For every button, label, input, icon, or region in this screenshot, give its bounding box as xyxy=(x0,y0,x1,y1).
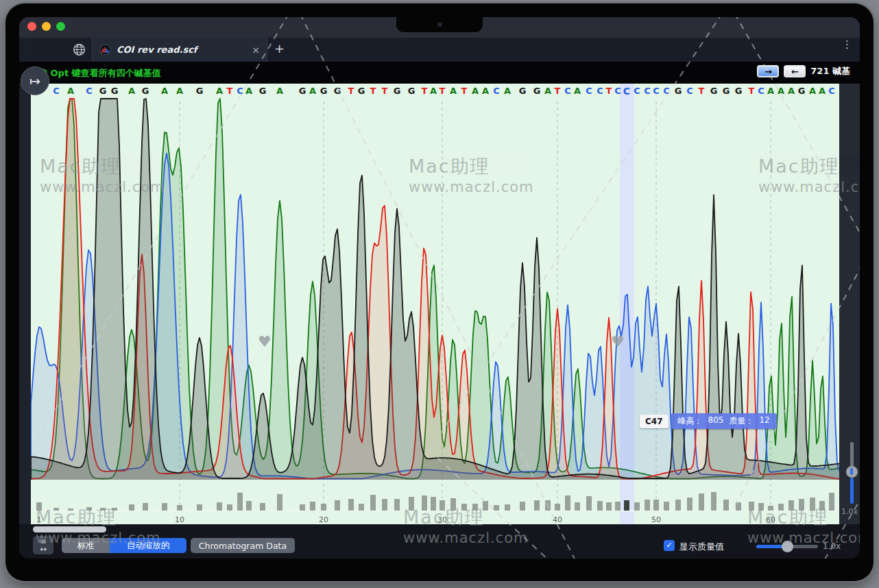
base-letter: T xyxy=(696,86,707,96)
svg-text:60: 60 xyxy=(766,515,775,524)
quality-bar xyxy=(348,499,354,511)
sequence-toolbar: 按 Opt 键查看所有四个碱基值 → ← 721 碱基 xyxy=(19,62,860,84)
quality-bar xyxy=(36,502,42,511)
svg-text:50: 50 xyxy=(651,515,661,524)
camera-notch xyxy=(396,17,483,32)
base-tooltip: C47 峰高：805 质量：12 xyxy=(640,413,777,429)
base-letter: G xyxy=(356,86,367,96)
overflow-menu-icon[interactable]: ⋮ xyxy=(842,42,852,47)
base-letter: A xyxy=(448,86,459,96)
camera-dot xyxy=(437,22,442,27)
horizontal-zoom-slider-thumb[interactable] xyxy=(782,541,793,552)
globe-icon[interactable] xyxy=(73,43,86,56)
heart-watermark-icon: ♥ xyxy=(611,333,625,350)
tab-close-icon[interactable]: × xyxy=(252,45,260,56)
quality-bar xyxy=(472,504,478,511)
base-letter: G xyxy=(318,86,329,96)
prev-base-button[interactable]: ← xyxy=(784,65,806,77)
trace-plot[interactable]: 1102030405060 CCACGGAGAAGATCAGAGAGGTGTTG… xyxy=(31,84,839,524)
next-base-button[interactable]: → xyxy=(757,65,779,77)
show-quality-label: 显示质量值 xyxy=(679,541,724,553)
base-letter: G xyxy=(721,86,732,96)
base-letter: G xyxy=(531,86,542,96)
quality-bar xyxy=(575,502,580,511)
base-letter: A xyxy=(502,86,513,96)
base-letter: G xyxy=(392,86,402,96)
base-letter: A xyxy=(274,86,285,96)
base-letter: T xyxy=(346,86,357,96)
zoom-window-button[interactable] xyxy=(56,22,65,31)
quality-bar xyxy=(68,509,73,511)
base-letter: A xyxy=(470,86,481,96)
quality-bar xyxy=(711,492,717,511)
quality-bar xyxy=(597,501,603,511)
base-letter: C xyxy=(651,86,662,96)
close-window-button[interactable] xyxy=(27,22,36,31)
scale-auto-button[interactable]: 自动缩放的 xyxy=(110,538,186,553)
quality-bar xyxy=(565,495,570,511)
quality-bar xyxy=(586,496,592,511)
base-letter: T xyxy=(437,86,448,96)
quality-bar xyxy=(422,495,427,511)
minimize-window-button[interactable] xyxy=(42,22,51,31)
base-letter: A xyxy=(126,86,137,96)
quality-bar xyxy=(675,500,681,511)
base-letter: C xyxy=(583,86,594,96)
tooltip-peak-value: 805 xyxy=(708,415,724,427)
jump-to-position-button[interactable]: ↦ xyxy=(21,66,49,95)
quality-bar xyxy=(197,504,202,511)
base-letter: G xyxy=(673,86,684,96)
quality-bar xyxy=(810,498,815,511)
vertical-zoom-slider-thumb[interactable] xyxy=(846,466,858,478)
quality-bar xyxy=(736,502,741,511)
base-letter: G xyxy=(406,86,417,96)
chromatogram-data-button[interactable]: Chromatogram Data xyxy=(191,538,295,553)
quality-bar xyxy=(237,493,243,511)
quality-bar xyxy=(664,502,669,511)
base-letter: A xyxy=(174,86,185,96)
chromatogram-file-icon xyxy=(99,45,111,55)
tab-coi-rev-read[interactable]: COI rev read.scf × xyxy=(92,38,267,62)
quality-bar xyxy=(53,508,59,511)
quality-bar xyxy=(505,504,510,511)
base-letter: A xyxy=(307,86,318,96)
quality-bar xyxy=(359,504,364,511)
quality-bar xyxy=(634,502,640,511)
base-letter: G xyxy=(257,86,268,96)
svg-text:20: 20 xyxy=(319,515,328,524)
chromatogram-panel: 1102030405060 CCACGGAGAAGATCAGAGAGGTGTTG… xyxy=(19,84,860,524)
base-letter: C xyxy=(631,86,642,96)
quality-bar xyxy=(699,493,704,511)
quality-bar xyxy=(112,508,117,511)
base-letter: T xyxy=(459,86,470,96)
base-letter: G xyxy=(517,86,528,96)
horizontal-arrows-icon: ↔ xyxy=(33,546,53,553)
quality-bar xyxy=(624,500,629,511)
quality-bar xyxy=(227,504,232,511)
horizontal-scrollbar-thumb[interactable] xyxy=(33,526,106,532)
base-letter: G xyxy=(708,86,719,96)
fit-width-button[interactable]: ∞ ↔ xyxy=(33,536,53,554)
quality-bar xyxy=(370,495,376,511)
quality-bar xyxy=(768,506,773,511)
quality-bar xyxy=(615,502,621,511)
base-letter: G xyxy=(140,86,151,96)
tooltip-quality-label: 质量： xyxy=(729,415,754,427)
quality-bar xyxy=(723,500,729,511)
tab-title: COI rev read.scf xyxy=(117,45,246,55)
base-letter: T xyxy=(379,86,390,96)
quality-bar xyxy=(440,500,445,511)
scale-mode-segmented-control: 标准 自动缩放的 xyxy=(62,538,186,553)
quality-bar xyxy=(483,501,488,511)
show-quality-checkbox[interactable]: ✓ xyxy=(664,540,675,551)
right-gutter: 1.0x xyxy=(839,84,860,524)
quality-bar xyxy=(431,497,436,511)
quality-bar xyxy=(246,501,252,511)
quality-bar xyxy=(382,499,387,511)
base-letter: A xyxy=(786,86,797,96)
new-tab-button[interactable]: + xyxy=(274,41,285,56)
quality-bar xyxy=(687,498,693,511)
scale-standard-button[interactable]: 标准 xyxy=(62,538,110,553)
base-letter: C xyxy=(684,86,695,96)
base-letter: T xyxy=(368,86,378,96)
